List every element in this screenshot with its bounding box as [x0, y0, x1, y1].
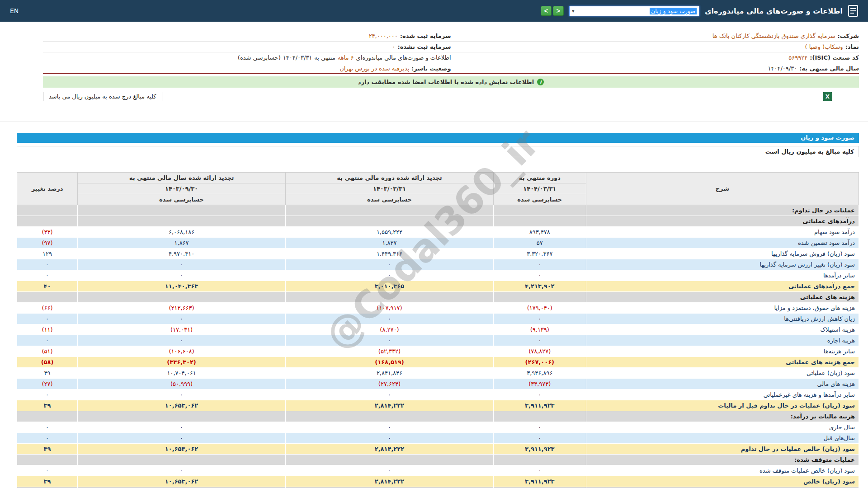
percent-change-cell: (۵۱) [17, 346, 78, 357]
statement-row: سایر درآمدها و هزینه های غیرعملیاتی۰۰۰۰ [17, 389, 859, 400]
col-date-restated-year: ۱۴۰۳/۰۹/۳۰ [78, 183, 286, 194]
language-toggle[interactable]: EN [10, 7, 19, 14]
col-audit-restated-period: حسابرسی شده [286, 194, 494, 205]
value-cell-2: (۵۰,۹۹۹) [78, 379, 286, 389]
value-cell-2: ۰ [78, 314, 286, 324]
col-audit-restated-year: حسابرسی شده [78, 194, 286, 205]
value-cell-0: (۲۶۷,۰۰۶) [493, 357, 586, 368]
value-cell-0: ۰ [493, 433, 586, 444]
value-cell-1: ۰ [286, 389, 494, 400]
value-cell-1: (۱۰۷,۹۱۷) [286, 303, 494, 314]
value-cell-1: (۵۲,۳۳۲) [286, 346, 494, 357]
section-header-row: درآمدهای عملیاتی [17, 216, 859, 227]
value-cell-2: ۶,۰۶۸,۱۸۶ [78, 227, 286, 238]
value-cell-1: ۲,۸۴۱,۸۴۶ [286, 368, 494, 379]
percent-change-cell: ۰ [17, 465, 78, 476]
next-report-button[interactable]: > [553, 6, 564, 16]
percent-change-cell: (۹۷) [17, 238, 78, 249]
income-statement-section: صورت سود و زیان کلیه مبالغ به میلیون ریا… [17, 133, 859, 488]
value-cell-2: ۰ [78, 465, 286, 476]
percent-change-cell: ۴۰ [17, 281, 78, 292]
percent-change-cell: (۵۸) [17, 357, 78, 368]
value-cell-2: ۰ [78, 259, 286, 270]
percent-change-cell: ۰ [17, 422, 78, 433]
issuer-status-label: وضعیت ناشر: [411, 65, 451, 72]
statement-row: هزینه های مالی(۳۴,۹۷۳)(۲۷,۶۲۴)(۵۰,۹۹۹)(۲… [17, 379, 859, 389]
statement-row: سود (زیان) عملیاتی۳,۹۴۶,۸۹۶۲,۸۴۱,۸۴۶۱۰,۷… [17, 368, 859, 379]
unregistered-capital-label: سرمایه ثبت نشده: [397, 43, 451, 50]
value-cell-1: ۱,۴۴۹,۳۱۶ [286, 249, 494, 259]
row-label: سال جاری [586, 422, 859, 433]
value-cell-1: ۰ [286, 335, 494, 346]
report-type-selected-option: صورت سود و زیان [650, 8, 697, 14]
value-cell-0: ۳,۹۱۱,۹۲۳ [493, 444, 586, 455]
value-cell-2: (۱۰۶,۶۰۸) [78, 346, 286, 357]
value-cell-0 [493, 292, 586, 303]
percent-change-cell [17, 205, 78, 216]
value-cell-1: ۳,۰۱۰,۳۶۵ [286, 281, 494, 292]
row-label: عملیات متوقف شده: [586, 455, 859, 465]
percent-change-cell: ۰ [17, 335, 78, 346]
company-info-section: شرکت: سرمایه گذاري صندوق بازنشستگي کارکن… [43, 31, 859, 74]
percent-change-cell: (۱۱) [17, 324, 78, 335]
value-cell-2: ۰ [78, 335, 286, 346]
value-cell-0: (۱۷۹,۰۴۰) [493, 303, 586, 314]
report-nav-buttons: > < [541, 6, 564, 16]
value-cell-0: ۳,۹۱۱,۹۲۳ [493, 400, 586, 411]
value-cell-2: ۰ [78, 422, 286, 433]
value-cell-1: ۱,۸۲۷ [286, 238, 494, 249]
company-label: شرکت: [838, 33, 859, 39]
value-cell-2: ۱۰,۶۵۳,۰۶۲ [78, 476, 286, 487]
col-date-current-period: ۱۴۰۴/۰۳/۳۱ [493, 183, 586, 194]
value-cell-2 [78, 455, 286, 465]
chevron-down-icon: ▾ [572, 8, 575, 14]
value-cell-0: (۷۸,۸۲۷) [493, 346, 586, 357]
value-cell-1: ۰ [286, 422, 494, 433]
info-row-isic: کد صنعت (ISIC): ۵۶۹۹۲۴ اطلاعات و صورت‌ها… [43, 52, 859, 63]
value-cell-1 [286, 455, 494, 465]
report-type-select[interactable]: صورت سود و زیان ▾ [569, 6, 699, 16]
value-cell-0: (۳۴,۹۷۳) [493, 379, 586, 389]
total-row: جمع درآمدهای عملیاتی۴,۲۱۳,۹۰۲۳,۰۱۰,۳۶۵۱۱… [17, 281, 859, 292]
percent-change-cell: (۴۳) [17, 227, 78, 238]
tools-row: X کلیه مبالغ درج شده به میلیون ریال می ب… [43, 92, 859, 103]
symbol-label: نماد: [845, 43, 859, 50]
svg-text:X: X [826, 94, 830, 100]
value-cell-1: ۰ [286, 465, 494, 476]
value-cell-0: ۸۹۳,۴۷۸ [493, 227, 586, 238]
signature-match-text: اطلاعات نمایش داده شده با اطلاعات امضا ش… [358, 79, 534, 85]
value-cell-0 [493, 455, 586, 465]
row-label: درآمد سود سهام [586, 227, 859, 238]
unregistered-capital-value: ۰ [392, 43, 395, 50]
row-label: درآمدهای عملیاتی [586, 216, 859, 227]
row-label: درآمد سود تضمین شده [586, 238, 859, 249]
percent-change-cell [17, 216, 78, 227]
row-label: هزینه های عملیاتی [586, 292, 859, 303]
value-cell-2: ۰ [78, 389, 286, 400]
value-cell-1: ۰ [286, 259, 494, 270]
prev-report-button[interactable]: < [541, 6, 552, 16]
isic-label: کد صنعت (ISIC): [810, 54, 859, 61]
percent-change-cell: (۶۶) [17, 303, 78, 314]
value-cell-0: ۳,۳۲۰,۳۶۷ [493, 249, 586, 259]
total-row: سود (زیان) خالص۳,۹۱۱,۹۲۳۲,۸۱۴,۲۲۲۱۰,۶۵۳,… [17, 476, 859, 487]
percent-change-cell [17, 292, 78, 303]
percent-change-cell: ۱۲۹ [17, 249, 78, 259]
value-cell-2: ۴,۹۷۰,۳۱۰ [78, 249, 286, 259]
col-header-current-period: دوره منتهی به [493, 173, 586, 183]
section-divider [0, 122, 868, 122]
statement-row: سود (زیان) فروش سرمایه گذاریها۳,۳۲۰,۳۶۷۱… [17, 249, 859, 259]
col-audit-current-period: حسابرسی شده [493, 194, 586, 205]
value-cell-0: ۰ [493, 389, 586, 400]
symbol-value: وسکاب( وصبا ) [805, 43, 843, 50]
percent-change-cell: (۲۷) [17, 379, 78, 389]
value-cell-1: ۰ [286, 314, 494, 324]
row-label: هزینه مالیات بر درآمد: [586, 411, 859, 422]
excel-export-icon[interactable]: X [823, 92, 832, 101]
top-navbar: اطلاعات و صورت‌های مالی میاندوره‌ای صورت… [0, 0, 868, 22]
company-field: شرکت: سرمایه گذاري صندوق بازنشستگي کارکن… [451, 33, 859, 39]
income-statement-table: شرح دوره منتهی به تجدید ارائه شده دوره م… [17, 172, 859, 488]
value-cell-0: ۰ [493, 314, 586, 324]
percent-change-cell: ۰ [17, 433, 78, 444]
col-header-description: شرح [586, 173, 859, 205]
